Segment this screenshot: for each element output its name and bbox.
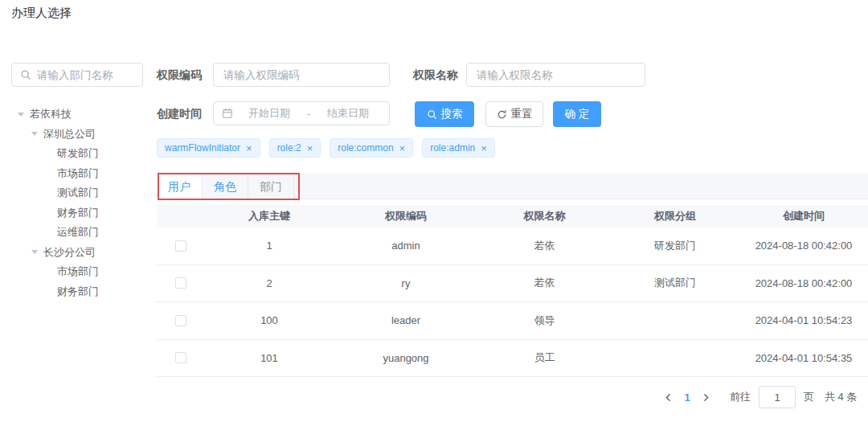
perm-name-label: 权限名称 [413,63,458,87]
tab-user[interactable]: 用户 [157,174,203,199]
cell-code: ry [334,277,478,289]
create-time-label: 创建时间 [157,101,202,125]
chevron-right-icon [702,393,710,402]
row-checkbox[interactable] [175,352,186,363]
tree-node-leaf[interactable]: 研发部门 [11,144,153,164]
cell-name: 领导 [478,313,611,328]
tree-node-label: 研发部门 [57,146,99,161]
page-title: 办理人选择 [11,6,72,21]
tab-bar: 用户 角色 部门 [157,174,868,199]
search-icon [20,69,31,80]
close-icon[interactable]: × [307,143,313,154]
caret-down-icon[interactable] [18,113,24,117]
table-row[interactable]: 100 leader 领导 2024-04-01 10:54:23 [157,302,868,340]
tree-node-leaf[interactable]: 测试部门 [11,183,153,203]
row-checkbox[interactable] [175,315,186,326]
cell-group: 研发部门 [611,239,739,253]
col-header-id: 入库主键 [205,209,334,223]
tree-node-leaf[interactable]: 财务部门 [11,203,153,223]
close-icon[interactable]: × [481,143,487,154]
cell-code: leader [334,314,478,326]
cell-created: 2024-08-18 00:42:00 [739,240,868,252]
calendar-icon [222,108,233,119]
tag-role-2: role:2 × [269,138,321,158]
chevron-left-icon [664,393,673,402]
goto-page-input[interactable] [759,386,796,408]
total-count-label: 共 4 条 [825,390,857,404]
prev-page-button[interactable] [664,393,673,402]
dept-search-input[interactable] [37,69,134,81]
tab-dept[interactable]: 部门 [248,174,294,199]
tree-node-leaf[interactable]: 市场部门 [11,164,153,184]
date-range-picker[interactable]: 开始日期 - 结束日期 [213,101,390,125]
tree-node-root[interactable]: 若依科技 [11,104,153,125]
tag-role-common: role:common × [330,138,413,158]
col-header-code: 权限编码 [334,209,478,223]
cell-created: 2024-04-01 10:54:23 [739,314,868,326]
search-button[interactable]: 搜索 [415,101,474,127]
tree-node-label: 测试部门 [57,186,99,200]
tree-node-label: 市场部门 [57,166,99,181]
reset-button-label: 重置 [511,107,533,121]
perm-code-input[interactable] [213,63,390,87]
perm-name-input[interactable] [466,63,645,87]
date-end-placeholder: 结束日期 [315,106,381,121]
cell-code: yuangong [334,352,478,364]
cell-name: 员工 [478,350,611,365]
selected-tags: warmFlowInitiator × role:2 × role:common… [157,138,495,158]
close-icon[interactable]: × [246,143,252,154]
tree-node-label: 若依科技 [30,107,72,121]
row-checkbox[interactable] [175,277,186,289]
tree-node-branch[interactable]: 深圳总公司 [11,125,153,145]
cell-created: 2024-04-01 10:54:35 [739,352,868,364]
tree-node-label: 长沙分公司 [43,245,96,260]
cell-id: 1 [205,240,334,252]
cell-id: 100 [205,314,334,326]
perm-code-label: 权限编码 [157,63,202,87]
cell-name: 若依 [478,239,611,253]
cell-name: 若依 [478,276,611,290]
caret-down-icon[interactable] [31,250,38,254]
tree-node-label: 财务部门 [57,206,99,220]
pagination: 1 前往 页 共 4 条 [664,386,857,408]
tag-role-admin: role:admin × [422,138,495,158]
tag-label: role:2 [277,142,301,154]
tree-node-leaf[interactable]: 运维部门 [11,223,153,243]
permission-table: 入库主键 权限编码 权限名称 权限分组 创建时间 1 admin 若依 研发部门… [157,205,868,377]
tree-node-branch[interactable]: 长沙分公司 [11,243,153,263]
date-range-separator: - [305,108,312,120]
tree-node-leaf[interactable]: 市场部门 [11,262,153,282]
col-header-group: 权限分组 [611,209,739,223]
col-header-created: 创建时间 [739,209,868,223]
tree-node-label: 市场部门 [57,264,99,279]
tree-node-label: 运维部门 [57,225,99,240]
table-row[interactable]: 2 ry 若依 测试部门 2024-08-18 00:42:00 [157,265,868,303]
row-checkbox[interactable] [175,240,186,252]
table-header-row: 入库主键 权限编码 权限名称 权限分组 创建时间 [157,205,868,227]
confirm-button-label: 确 定 [565,107,590,121]
page-number[interactable]: 1 [681,391,694,404]
tree-node-label: 财务部门 [57,285,99,299]
tag-label: role:common [338,142,393,154]
refresh-icon [497,109,507,120]
tag-label: role:admin [430,142,475,154]
table-row[interactable]: 1 admin 若依 研发部门 2024-08-18 00:42:00 [157,227,868,265]
reset-button[interactable]: 重置 [485,101,543,127]
search-icon [427,109,437,120]
next-page-button[interactable] [702,393,710,402]
caret-down-icon[interactable] [31,132,38,136]
dept-search-box [11,63,143,87]
cell-created: 2024-08-18 00:42:00 [739,277,868,289]
tag-label: warmFlowInitiator [165,142,240,154]
page-unit-label: 页 [804,390,814,404]
goto-label: 前往 [730,390,751,404]
confirm-button[interactable]: 确 定 [553,101,601,127]
tab-role[interactable]: 角色 [203,174,248,199]
dept-tree: 若依科技 深圳总公司 研发部门 市场部门 测试部门 财务部门 运维部门 长沙分公… [11,104,153,301]
cell-id: 2 [205,277,334,289]
tree-node-leaf[interactable]: 财务部门 [11,282,153,302]
cell-group: 测试部门 [611,276,739,290]
close-icon[interactable]: × [399,143,406,154]
search-button-label: 搜索 [441,107,463,121]
table-row[interactable]: 101 yuangong 员工 2024-04-01 10:54:35 [157,340,868,378]
